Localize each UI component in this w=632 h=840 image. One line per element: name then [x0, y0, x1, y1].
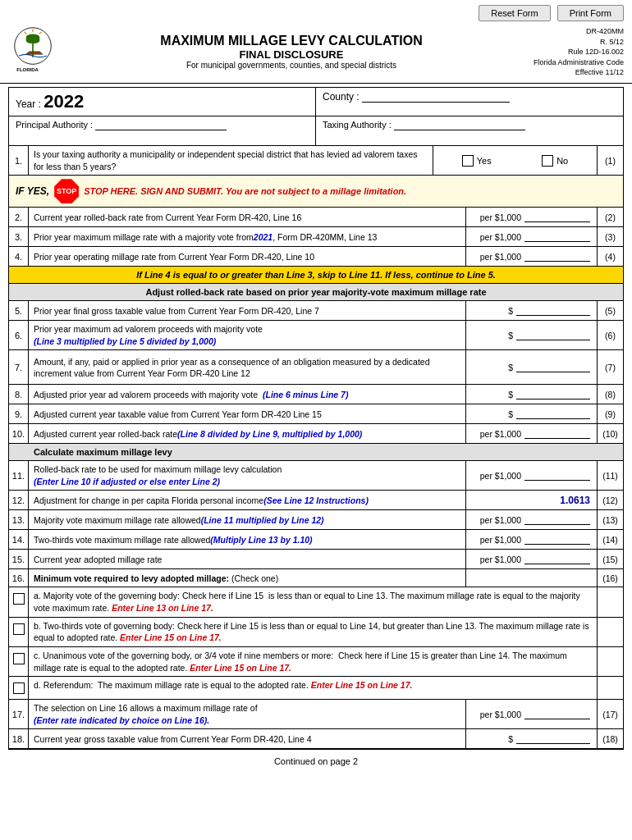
line17-index: (17): [597, 700, 623, 728]
line3-desc: Prior year maximum millage rate with a m…: [29, 227, 465, 246]
q1-yes-checkbox[interactable]: [462, 155, 474, 167]
line13-per: per $1,000: [480, 515, 521, 525]
line5-dollar: $: [508, 306, 513, 316]
line16a-content: a. Majority vote of the governing body: …: [29, 587, 597, 616]
taxing-label: Taxing Authority :: [323, 120, 392, 130]
line16-label: Minimum vote required to levy adopted mi…: [34, 573, 229, 584]
line13-index: (13): [597, 510, 623, 529]
line2-value: per $1,000: [465, 208, 597, 226]
line8-desc: Adjusted prior year ad valorem proceeds …: [29, 385, 465, 404]
page-footer: Continued on page 2: [0, 750, 632, 773]
line14-index: (14): [597, 530, 623, 549]
line4-input[interactable]: [524, 251, 590, 262]
line16d-checkbox[interactable]: [13, 682, 25, 694]
q1-no-checkbox[interactable]: [542, 155, 553, 167]
principal-input[interactable]: [95, 120, 227, 130]
line12-row: 12. Adjustment for change in per capita …: [9, 491, 623, 510]
line17-per: per $1,000: [480, 710, 521, 719]
line10-value: per $1,000: [465, 424, 597, 443]
section-header1: Adjust rolled-back rate based on prior y…: [9, 284, 623, 301]
line17-value: per $1,000: [465, 700, 597, 728]
line14-num: 14.: [9, 530, 29, 549]
line4-value: per $1,000: [465, 247, 597, 266]
line12-num: 12.: [9, 491, 29, 509]
stop-sign-icon: STOP: [54, 179, 79, 203]
line6-num: 6.: [9, 321, 29, 349]
county-input[interactable]: [362, 92, 510, 103]
line3-input[interactable]: [524, 231, 590, 242]
stop-text: STOP HERE. SIGN AND SUBMIT. You are not …: [84, 186, 406, 196]
q1-yes-label: Yes: [477, 156, 492, 166]
line10-index: (10): [597, 424, 623, 443]
main-content: Year : 2022 County : Principal Authority…: [0, 87, 632, 751]
line13-input[interactable]: [524, 514, 590, 525]
line11-value: per $1,000: [465, 461, 597, 490]
line16c-checkbox[interactable]: [13, 653, 25, 664]
line18-input[interactable]: [516, 733, 590, 744]
line15-desc: Current year adopted millage rate: [29, 550, 465, 568]
stop-row: IF YES, STOP STOP HERE. SIGN AND SUBMIT.…: [9, 176, 623, 208]
line5-num: 5.: [9, 301, 29, 320]
line11-input[interactable]: [524, 470, 590, 481]
line9-input[interactable]: [516, 409, 590, 419]
line14-desc: Two-thirds vote maximum millage rate all…: [29, 530, 465, 549]
svg-line-7: [39, 32, 42, 34]
line6-input[interactable]: [516, 330, 590, 340]
line7-input[interactable]: [516, 362, 590, 372]
print-button[interactable]: Print Form: [557, 5, 624, 21]
principal-label: Principal Authority :: [16, 120, 93, 130]
line15-index: (15): [597, 550, 623, 568]
line17-num: 17.: [9, 700, 29, 728]
line16b-checkbox[interactable]: [13, 623, 25, 635]
line11-desc: Rolled-back rate to be used for maximum …: [29, 461, 465, 490]
line8-input[interactable]: [516, 389, 590, 399]
line2-input[interactable]: [524, 212, 590, 222]
line15-input[interactable]: [524, 554, 590, 564]
line16-check-one: (Check one): [231, 573, 278, 584]
form-title2: FINAL DISCLOSURE: [66, 48, 517, 61]
line9-dollar: $: [508, 409, 513, 419]
line18-row: 18. Current year gross taxable value fro…: [9, 729, 623, 749]
form-rule: Rule 12D-16.002: [517, 47, 624, 57]
taxing-cell: Taxing Authority :: [316, 116, 623, 145]
line6-desc: Prior year maximum ad valorem proceeds w…: [29, 321, 465, 349]
line9-index: (9): [597, 404, 623, 423]
header-center: MAXIMUM MILLAGE LEVY CALCULATION FINAL D…: [66, 34, 517, 70]
reset-button[interactable]: Reset Form: [479, 5, 550, 21]
q1-yesno: Yes No: [433, 146, 597, 175]
line15-num: 15.: [9, 550, 29, 568]
line16c-index: [597, 647, 623, 676]
line10-input[interactable]: [524, 428, 590, 439]
taxing-input[interactable]: [394, 120, 525, 130]
principal-cell: Principal Authority :: [9, 116, 316, 145]
header-right: DR-420MM R. 5/12 Rule 12D-16.002 Florida…: [517, 26, 624, 78]
line8-num: 8.: [9, 385, 29, 404]
line13-desc: Majority vote maximum millage rate allow…: [29, 510, 465, 529]
line5-index: (5): [597, 301, 623, 320]
line16a-checkbox[interactable]: [13, 593, 25, 605]
line16b-row: b. Two-thirds vote of governing body: Ch…: [9, 618, 623, 647]
line14-input[interactable]: [524, 534, 590, 545]
line6-dollar: $: [508, 331, 513, 340]
year-county-row: Year : 2022 County :: [9, 88, 623, 116]
line11-index: (11): [597, 461, 623, 490]
line7-num: 7.: [9, 350, 29, 384]
line9-num: 9.: [9, 404, 29, 423]
florida-seal-icon: FLORIDA: [8, 26, 57, 75]
line10-row: 10. Adjusted current year rolled-back ra…: [9, 424, 623, 444]
footer-text: Continued on page 2: [274, 756, 358, 766]
line18-desc: Current year gross taxable value from Cu…: [29, 729, 465, 748]
line2-index: (2): [597, 208, 623, 226]
year-label: Year :: [16, 98, 41, 110]
line15-row: 15. Current year adopted millage rate pe…: [9, 550, 623, 569]
line16a-row: a. Majority vote of the governing body: …: [9, 587, 623, 617]
authority-row: Principal Authority : Taxing Authority :: [9, 116, 623, 146]
line7-desc: Amount, if any, paid or applied in prior…: [29, 350, 465, 384]
year-cell: Year : 2022: [9, 88, 316, 116]
line5-input[interactable]: [516, 305, 590, 316]
line16-value-empty: [465, 569, 597, 587]
line17-input[interactable]: [524, 709, 590, 719]
form-title1: MAXIMUM MILLAGE LEVY CALCULATION: [66, 34, 517, 48]
line16-header-row: 16. Minimum vote required to levy adopte…: [9, 569, 623, 587]
line14-value: per $1,000: [465, 530, 597, 549]
